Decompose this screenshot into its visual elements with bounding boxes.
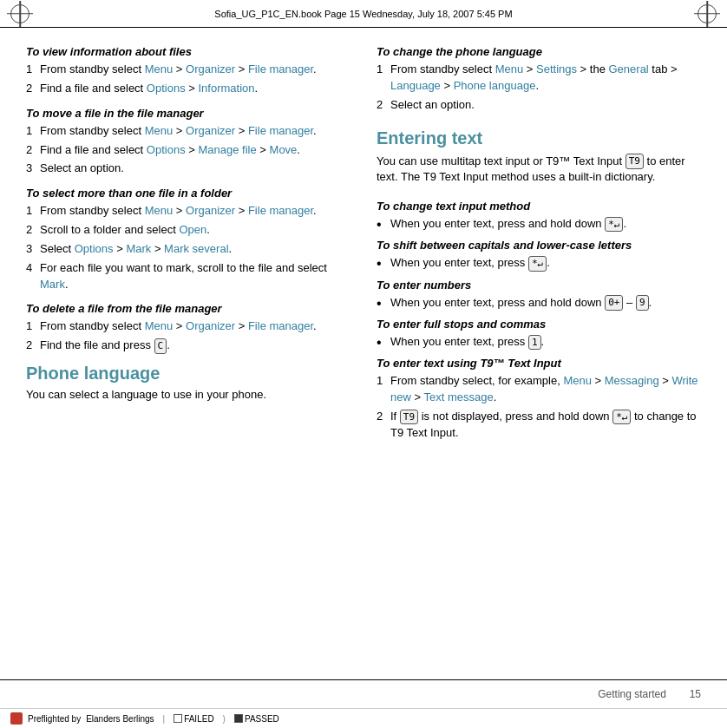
footer-page-info: Getting started 15 — [0, 680, 727, 708]
header-title: Sofia_UG_P1C_EN.book Page 15 Wednesday, … — [29, 9, 698, 19]
left-column: To view information about files 1 From s… — [26, 45, 350, 671]
section-view-info-title: To view information about files — [26, 45, 350, 58]
bullet-fullstops-1: • When you enter text, press 1. — [377, 334, 701, 351]
step-view-2: 2 Find a file and select Options > Infor… — [26, 81, 350, 97]
step-move-2: 2 Find a file and select Options > Manag… — [26, 142, 350, 159]
section-change-input-title: To change text input method — [377, 200, 701, 213]
section-move-title: To move a file in the file manager — [26, 107, 350, 120]
step-move-3: 3 Select an option. — [26, 161, 350, 177]
section-select-multi-title: To select more than one file in a folder — [26, 187, 350, 200]
main-content: To view information about files 1 From s… — [0, 28, 727, 679]
step-move-1: 1 From standby select Menu > Organizer >… — [26, 123, 350, 140]
step-t9-2: 2 If T9 is not displayed, press and hold… — [377, 409, 701, 442]
header-crosshair-right — [698, 4, 717, 23]
step-multi-4: 4 For each file you want to mark, scroll… — [26, 260, 350, 293]
footer-preflight: Preflighted by Elanders Berlings | FAILE… — [0, 708, 727, 728]
section-capitals-title: To shift between capitals and lower-case… — [377, 239, 701, 252]
link-menu: Menu — [145, 62, 174, 75]
key-1-icon: 1 — [528, 335, 541, 350]
footer-logo — [10, 712, 23, 725]
bullet-numbers-1: • When you enter text, press and hold do… — [377, 295, 701, 312]
step-lang-1: 1 From standby select Menu > Settings > … — [377, 62, 701, 95]
preflight-label: Preflighted by — [28, 714, 81, 724]
phone-language-heading: Phone language — [26, 364, 350, 384]
section-numbers-title: To enter numbers — [377, 279, 701, 292]
key-star-icon-2: *↵ — [528, 256, 547, 271]
step-multi-2: 2 Scroll to a folder and select Open. — [26, 222, 350, 239]
company-name: Elanders Berlings — [86, 714, 154, 724]
key-9-icon: 9 — [636, 295, 649, 310]
t9-icon-step: T9 — [400, 410, 418, 424]
key-0-icon: 0+ — [605, 295, 623, 310]
t9-icon-intro: T9 — [625, 154, 644, 168]
footer: Getting started 15 Preflighted by Elande… — [0, 679, 727, 728]
passed-label: PASSED — [245, 714, 279, 724]
section-delete-title: To delete a file from the file manager — [26, 302, 350, 315]
bullet-change-input-1: • When you enter text, press and hold do… — [377, 216, 701, 233]
link-organizer: Organizer — [186, 62, 235, 75]
header-bar: Sofia_UG_P1C_EN.book Page 15 Wednesday, … — [0, 0, 727, 28]
section-fullstops-title: To enter full stops and commas — [377, 318, 701, 331]
entering-text-para: You can use multitap text input or T9™ T… — [377, 154, 701, 187]
key-c-icon: C — [154, 338, 167, 353]
bullet-capitals-1: • When you enter text, press *↵. — [377, 255, 701, 272]
failed-box — [174, 714, 182, 723]
elanders-logo-icon — [10, 712, 23, 725]
section-t9-title: To enter text using T9™ Text Input — [377, 357, 701, 370]
step-lang-2: 2 Select an option. — [377, 97, 701, 114]
right-column: To change the phone language 1 From stan… — [377, 45, 701, 671]
section-change-lang-title: To change the phone language — [377, 45, 701, 58]
failed-label: FAILED — [184, 714, 213, 724]
failed-checkbox: FAILED — [174, 714, 213, 724]
key-star-icon-3: *↵ — [612, 410, 631, 424]
footer-page-number: 15 — [690, 688, 701, 700]
key-star-icon: *↵ — [605, 217, 623, 232]
link-file-manager: File manager — [248, 62, 313, 75]
step-t9-1: 1 From standby select, for example, Menu… — [377, 373, 701, 406]
footer-section-label: Getting started — [598, 688, 666, 700]
step-view-1: 1 From standby select Menu > Organizer >… — [26, 62, 350, 78]
link-options: Options — [147, 82, 186, 95]
step-multi-3: 3 Select Options > Mark > Mark several. — [26, 241, 350, 258]
link-information: Information — [199, 82, 255, 95]
passed-box — [234, 714, 243, 723]
phone-language-para: You can select a language to use in your… — [26, 387, 350, 403]
passed-checkbox: PASSED — [234, 714, 279, 724]
header-crosshair-left — [10, 4, 29, 23]
entering-text-heading: Entering text — [377, 128, 701, 148]
step-delete-2: 2 Find the file and press C. — [26, 338, 350, 354]
step-multi-1: 1 From standby select Menu > Organizer >… — [26, 203, 350, 220]
step-delete-1: 1 From standby select Menu > Organizer >… — [26, 318, 350, 335]
